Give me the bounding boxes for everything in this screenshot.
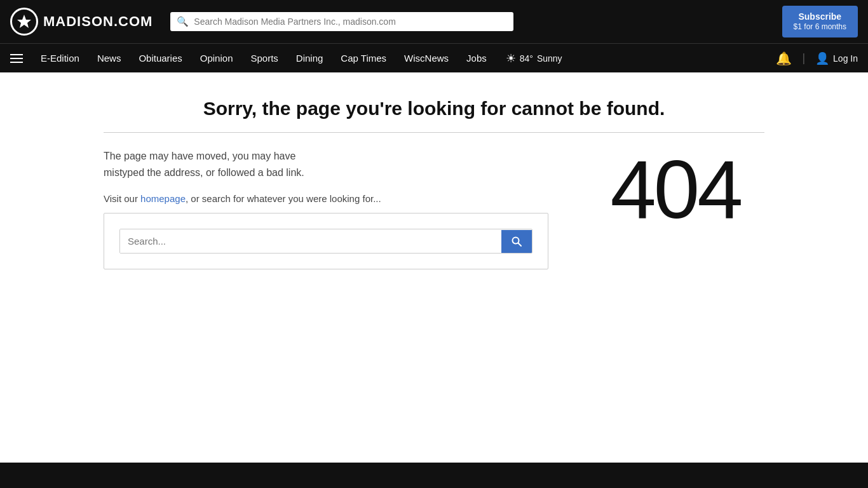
content-row: The page may have moved, you may have mi…: [104, 148, 764, 269]
nav-bar: E-Edition News Obituaries Opinion Sports…: [0, 43, 868, 72]
header-search-container: 🔍: [170, 12, 513, 31]
weather-icon: ☀: [506, 51, 516, 65]
nav-item-eedition[interactable]: E-Edition: [32, 44, 88, 73]
header-search-icon: 🔍: [177, 16, 189, 27]
nav-items: E-Edition News Obituaries Opinion Sports…: [32, 44, 496, 73]
hamburger-menu[interactable]: [10, 50, 29, 67]
nav-item-sports[interactable]: Sports: [241, 44, 287, 73]
search-box-container: [104, 213, 548, 269]
login-area[interactable]: 👤 Log In: [815, 51, 858, 65]
error-description: The page may have moved, you may have mi…: [104, 148, 548, 180]
site-name: MADISON.COM: [43, 13, 153, 30]
main-content: Sorry, the page you're looking for canno…: [91, 72, 777, 295]
top-header: MADISON.COM 🔍 Subscribe $1 for 6 months: [0, 0, 868, 43]
header-right: Subscribe $1 for 6 months: [782, 6, 858, 37]
right-col: 404: [587, 148, 764, 231]
nav-item-obituaries[interactable]: Obituaries: [130, 44, 191, 73]
nav-item-news[interactable]: News: [88, 44, 130, 73]
nav-item-jobs[interactable]: Jobs: [458, 44, 496, 73]
content-divider: [104, 132, 764, 133]
bell-icon[interactable]: 🔔: [776, 51, 792, 66]
header-search-bar: 🔍: [170, 12, 513, 31]
nav-divider: |: [802, 51, 805, 65]
error-code: 404: [611, 148, 741, 231]
inline-search-bar: [119, 229, 532, 254]
footer-bar: [0, 463, 868, 488]
login-label: Log In: [833, 53, 858, 64]
inline-search-input[interactable]: [120, 229, 501, 253]
svg-marker-0: [17, 15, 31, 28]
logo-icon: [10, 8, 38, 36]
homepage-link[interactable]: homepage: [140, 193, 186, 204]
nav-item-dining[interactable]: Dining: [287, 44, 332, 73]
subscribe-button[interactable]: Subscribe $1 for 6 months: [782, 6, 858, 37]
nav-item-opinion[interactable]: Opinion: [191, 44, 242, 73]
nav-right: 🔔 | 👤 Log In: [776, 51, 858, 66]
svg-line-2: [519, 243, 522, 246]
weather-temp: 84°: [520, 53, 533, 64]
left-col: The page may have moved, you may have mi…: [104, 148, 548, 269]
visit-line: Visit our homepage, or search for whatev…: [104, 193, 548, 204]
weather-desc: Sunny: [537, 53, 562, 64]
logo-link[interactable]: MADISON.COM: [10, 8, 153, 36]
nav-item-wiscnews[interactable]: WiscNews: [395, 44, 458, 73]
header-search-input[interactable]: [194, 17, 507, 27]
inline-search-button[interactable]: [501, 230, 532, 253]
nav-item-captimes[interactable]: Cap Times: [332, 44, 395, 73]
weather-area: ☀ 84° Sunny: [506, 51, 562, 65]
error-heading: Sorry, the page you're looking for canno…: [104, 98, 764, 119]
user-icon: 👤: [815, 51, 829, 65]
